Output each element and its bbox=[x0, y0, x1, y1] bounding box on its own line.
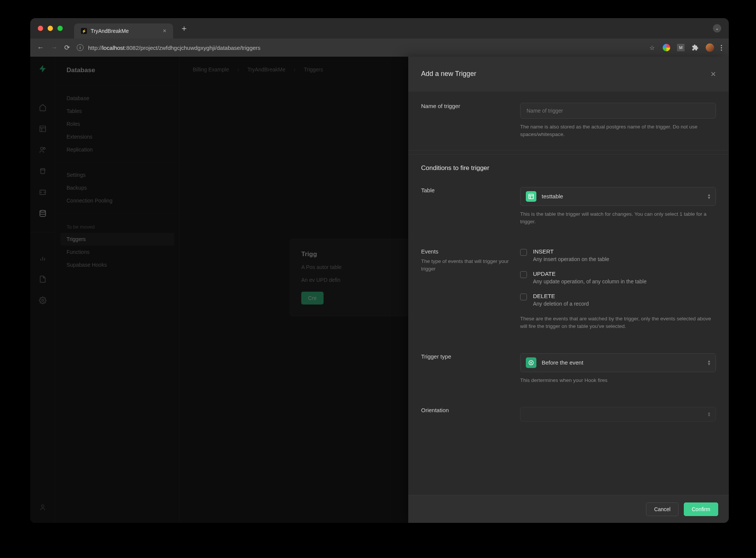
svg-rect-0 bbox=[40, 126, 45, 132]
panel-footer: Cancel Confirm bbox=[408, 495, 729, 523]
help-text: The name is also stored as the actual po… bbox=[520, 123, 716, 139]
cancel-button[interactable]: Cancel bbox=[646, 502, 679, 516]
logo-icon[interactable] bbox=[38, 64, 47, 73]
help-text: These are the events that are watched by… bbox=[520, 315, 716, 331]
sidebar-item-roles[interactable]: Roles bbox=[55, 117, 180, 130]
sidebar-item-tables[interactable]: Tables bbox=[55, 105, 180, 117]
event-insert-desc: Any insert operation on the table bbox=[533, 256, 609, 262]
panel-body[interactable]: Name of trigger The name is also stored … bbox=[408, 91, 729, 495]
table-select-value: testtable bbox=[542, 193, 563, 199]
url-bar: ← → ⟳ i http://localhost:8082/project/zw… bbox=[30, 39, 729, 57]
extensions-icon[interactable] bbox=[691, 44, 699, 51]
back-icon[interactable]: ← bbox=[37, 44, 44, 52]
forward-icon[interactable]: → bbox=[51, 44, 57, 52]
section-title-conditions: Conditions to fire trigger bbox=[408, 154, 729, 176]
event-delete-checkbox[interactable] bbox=[520, 294, 527, 300]
chevron-updown-icon: ▴▾ bbox=[708, 360, 710, 365]
rail-table-icon[interactable] bbox=[36, 122, 49, 135]
trigger-type-value: Before the event bbox=[542, 359, 583, 366]
event-delete-label: DELETE bbox=[533, 293, 589, 299]
sidebar-item-database[interactable]: Database bbox=[55, 92, 180, 105]
orientation-select[interactable]: ▴▾ bbox=[520, 407, 716, 422]
close-icon[interactable]: × bbox=[711, 69, 716, 79]
breadcrumb-item[interactable]: Billing Example bbox=[193, 66, 229, 73]
tab-overflow-icon[interactable]: ⌄ bbox=[713, 24, 721, 32]
field-label-events: Events bbox=[421, 248, 509, 255]
sidebar-item-supabase-hooks[interactable]: Supabase Hooks bbox=[55, 258, 180, 271]
chevron-right-icon: › bbox=[237, 66, 239, 73]
pause-icon bbox=[526, 357, 536, 368]
extension-m-icon[interactable]: M bbox=[677, 44, 685, 51]
svg-point-3 bbox=[40, 147, 43, 150]
sidebar-title: Database bbox=[55, 57, 180, 85]
trigger-name-input[interactable] bbox=[520, 103, 716, 119]
sidebar-item-triggers[interactable]: Triggers bbox=[60, 233, 174, 246]
breadcrumb-item: Triggers bbox=[304, 66, 323, 73]
sidebar-item-connection-pooling[interactable]: Connection Pooling bbox=[55, 194, 180, 207]
side-panel: Add a new Trigger × Name of trigger The … bbox=[408, 57, 729, 523]
create-trigger-button[interactable]: Cre bbox=[301, 292, 324, 305]
user-avatar-icon[interactable] bbox=[706, 43, 714, 52]
event-insert-checkbox[interactable] bbox=[520, 249, 527, 256]
trigger-type-select[interactable]: Before the event ▴▾ bbox=[520, 353, 716, 372]
sidebar: Database Database Tables Roles Extension… bbox=[55, 57, 180, 523]
browser-window: ⚡ TryAndBreakMe × ＋ ⌄ ← → ⟳ i http://loc… bbox=[30, 18, 729, 523]
svg-point-11 bbox=[41, 505, 44, 507]
rail-settings-icon[interactable] bbox=[36, 294, 49, 307]
event-update-desc: Any update operation, of any column in t… bbox=[533, 278, 646, 284]
svg-rect-12 bbox=[529, 194, 533, 199]
help-text: This dertermines when your Hook fires bbox=[520, 377, 716, 384]
app-root: Database Database Tables Roles Extension… bbox=[30, 57, 729, 523]
rail-account-icon[interactable] bbox=[36, 501, 49, 514]
field-label-table: Table bbox=[421, 187, 509, 226]
orientation-value bbox=[526, 411, 527, 417]
tab-favicon-icon: ⚡ bbox=[81, 28, 87, 34]
svg-point-10 bbox=[42, 300, 43, 301]
minimize-window-icon[interactable] bbox=[48, 26, 53, 31]
svg-point-4 bbox=[43, 147, 45, 149]
event-insert-label: INSERT bbox=[533, 248, 609, 255]
field-sublabel-events: The type of events that will trigger you… bbox=[421, 258, 509, 272]
bookmark-icon[interactable]: ☆ bbox=[648, 44, 656, 51]
rail-auth-icon[interactable] bbox=[36, 144, 49, 156]
chevron-updown-icon: ▴▾ bbox=[708, 193, 710, 199]
rail-docs-icon[interactable] bbox=[36, 273, 49, 286]
new-tab-button[interactable]: ＋ bbox=[180, 23, 188, 34]
chevron-updown-icon: ▴▾ bbox=[708, 411, 710, 417]
confirm-button[interactable]: Confirm bbox=[684, 502, 718, 516]
panel-header: Add a new Trigger × bbox=[408, 57, 729, 91]
table-select[interactable]: testtable ▴▾ bbox=[520, 187, 716, 206]
rail-storage-icon[interactable] bbox=[36, 165, 49, 178]
sidebar-item-backups[interactable]: Backups bbox=[55, 181, 180, 194]
window-controls bbox=[38, 26, 63, 31]
chevron-right-icon: › bbox=[294, 66, 296, 73]
sidebar-item-replication[interactable]: Replication bbox=[55, 143, 180, 156]
tab-title: TryAndBreakMe bbox=[91, 28, 129, 34]
sidebar-item-settings[interactable]: Settings bbox=[55, 168, 180, 181]
rail-home-icon[interactable] bbox=[36, 101, 49, 114]
sidebar-item-functions[interactable]: Functions bbox=[55, 246, 180, 258]
tab-close-icon[interactable]: × bbox=[163, 28, 166, 34]
close-window-icon[interactable] bbox=[38, 26, 43, 31]
address-field[interactable]: i http://localhost:8082/project/zwfdhgcj… bbox=[77, 44, 641, 51]
browser-tab[interactable]: ⚡ TryAndBreakMe × bbox=[74, 23, 173, 39]
rail-sql-icon[interactable] bbox=[36, 186, 49, 199]
breadcrumb-item[interactable]: TryAndBreakMe bbox=[247, 66, 285, 73]
event-update-label: UPDATE bbox=[533, 270, 646, 277]
event-update-checkbox[interactable] bbox=[520, 271, 527, 278]
rail-reports-icon[interactable] bbox=[36, 252, 49, 264]
reload-icon[interactable]: ⟳ bbox=[64, 43, 70, 52]
field-label-trigger-type: Trigger type bbox=[421, 353, 509, 384]
sidebar-item-extensions[interactable]: Extensions bbox=[55, 130, 180, 143]
rail-database-icon[interactable] bbox=[36, 207, 49, 220]
profile-menu-icon[interactable] bbox=[663, 44, 670, 51]
site-info-icon[interactable]: i bbox=[77, 44, 84, 51]
svg-point-6 bbox=[40, 210, 45, 212]
nav-rail bbox=[30, 57, 55, 523]
maximize-window-icon[interactable] bbox=[57, 26, 63, 31]
panel-title: Add a new Trigger bbox=[421, 70, 476, 78]
sidebar-group-head: To be moved bbox=[55, 219, 180, 233]
browser-menu-icon[interactable] bbox=[721, 45, 722, 51]
event-delete-desc: Any deletion of a record bbox=[533, 301, 589, 307]
table-icon bbox=[526, 191, 536, 202]
